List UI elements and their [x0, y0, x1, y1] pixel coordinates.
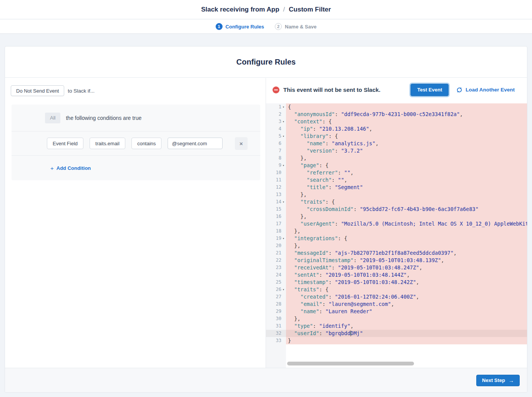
rules-panel: Do Not Send Event to Slack if... All the…	[5, 78, 266, 368]
code-line: 10 "referrer": "",	[266, 169, 527, 176]
line-number: 27	[266, 293, 286, 301]
code-line: 27 "created": "2016-01-12T02:24:06.400Z"…	[266, 293, 527, 301]
next-step-label: Next Step	[482, 377, 505, 383]
line-number: 4	[266, 125, 286, 133]
load-another-event-label: Load Another Event	[466, 87, 515, 93]
match-all-chip[interactable]: All	[45, 113, 60, 123]
line-number: 22	[266, 257, 286, 264]
status-message: This event will not be sent to Slack.	[283, 86, 381, 93]
code-line: 7 "version": "3.7.2"	[266, 147, 527, 154]
code-line: 16 },	[266, 213, 527, 220]
condition-group: All the following conditions are true Ev…	[12, 105, 260, 180]
breadcrumb-separator: /	[283, 6, 285, 13]
line-number: 1▾	[266, 103, 286, 111]
line-number: 2	[266, 111, 286, 118]
line-number: 10	[266, 169, 286, 176]
line-number: 33	[266, 337, 286, 344]
line-number: 28	[266, 301, 286, 308]
code-line: 3▾ "context": {	[266, 118, 527, 125]
match-conditions-text: the following conditions are true	[66, 115, 141, 121]
step-name-and-save[interactable]: 2 Name & Save	[275, 23, 316, 30]
line-number: 24	[266, 271, 286, 279]
minus-circle-icon	[273, 86, 279, 93]
app-root: { "header": { "breadcrumb_primary": "Sla…	[0, 0, 532, 397]
code-line: 22 "originalTimestamp": "2019-05-10T01:0…	[266, 257, 527, 264]
fold-toggle-icon[interactable]: ▾	[281, 162, 286, 169]
horizontal-scrollbar-thumb[interactable]	[287, 362, 414, 365]
preview-header: This event will not be sent to Slack. Te…	[266, 78, 527, 101]
line-number: 14▾	[266, 198, 286, 206]
code-line: 33}	[266, 337, 527, 344]
code-line: 2 "anonymousId": "ddf9ecda-977b-4231-b00…	[266, 111, 527, 118]
code-line: 19▾ "integrations": {	[266, 235, 527, 242]
card-body: Do Not Send Event to Slack if... All the…	[5, 78, 527, 368]
condition-row: Event Field traits.email contains ×	[12, 131, 260, 156]
test-event-button[interactable]: Test Event	[411, 84, 449, 96]
code-line: 29 "name": "Lauren Reeder"	[266, 308, 527, 315]
json-code-editor[interactable]: 1▾{2 "anonymousId": "ddf9ecda-977b-4231-…	[266, 101, 527, 368]
line-number: 9▾	[266, 162, 286, 169]
fold-toggle-icon[interactable]: ▾	[281, 103, 286, 111]
line-number: 21	[266, 249, 286, 257]
line-number: 19▾	[266, 235, 286, 242]
line-number: 18	[266, 228, 286, 235]
add-condition-button[interactable]: + Add Condition	[50, 165, 91, 171]
line-number: 3▾	[266, 118, 286, 125]
code-line: 14▾ "traits": {	[266, 198, 527, 206]
to-slack-if-label: to Slack if...	[68, 88, 95, 94]
next-step-button[interactable]: Next Step →	[476, 375, 520, 386]
code-line: 5▾ "library": {	[266, 133, 527, 140]
add-condition-label: Add Condition	[57, 165, 91, 171]
line-number: 31	[266, 322, 286, 330]
event-preview-panel: This event will not be sent to Slack. Te…	[266, 78, 527, 368]
fold-toggle-icon[interactable]: ▾	[281, 198, 286, 206]
line-number: 6	[266, 140, 286, 147]
fold-toggle-icon[interactable]: ▾	[281, 118, 286, 125]
field-path-button[interactable]: traits.email	[90, 138, 125, 149]
code-line: 21 "messageId": "ajs-7b8270771eb2f1f8a87…	[266, 249, 527, 257]
step-2-label: Name & Save	[285, 24, 316, 30]
card-footer: Next Step →	[5, 368, 527, 392]
code-line: 20 },	[266, 242, 527, 249]
line-number: 30	[266, 315, 286, 322]
code-line: 4 "ip": "210.13.208.146",	[266, 125, 527, 133]
code-line: 30 },	[266, 315, 527, 322]
fold-toggle-icon[interactable]: ▾	[281, 286, 286, 293]
step-1-label: Configure Rules	[226, 24, 264, 30]
breadcrumb-secondary: Custom Filter	[289, 6, 331, 13]
line-number: 11	[266, 176, 286, 184]
text-cursor	[351, 331, 351, 336]
line-number: 7	[266, 147, 286, 154]
configure-rules-card: Configure Rules Do Not Send Event to Sla…	[5, 46, 527, 393]
line-number: 15	[266, 206, 286, 213]
top-bar: Slack receiving from App / Custom Filter	[0, 0, 532, 19]
fold-toggle-icon[interactable]: ▾	[281, 133, 286, 140]
line-number: 25	[266, 279, 286, 286]
line-number: 5▾	[266, 133, 286, 140]
code-line: 9▾ "page": {	[266, 162, 527, 169]
condition-match-row: All the following conditions are true	[12, 105, 260, 131]
code-line: 1▾{	[266, 103, 527, 111]
line-number: 12	[266, 184, 286, 191]
fold-toggle-icon[interactable]: ▾	[281, 235, 286, 242]
code-line: 12 "title": "Segment"	[266, 184, 527, 191]
line-number: 26▾	[266, 286, 286, 293]
line-number: 20	[266, 242, 286, 249]
operator-button[interactable]: contains	[131, 138, 161, 149]
close-icon: ×	[239, 140, 243, 147]
line-number: 16	[266, 213, 286, 220]
code-line: 17 "userAgent": "Mozilla/5.0 (Macintosh;…	[266, 220, 527, 228]
step-configure-rules[interactable]: 1 Configure Rules	[216, 23, 264, 30]
event-field-button[interactable]: Event Field	[47, 138, 83, 149]
code-line: 32 "userId": "bgrqbddDMj"	[266, 330, 527, 337]
code-line: 11 "search": "",	[266, 176, 527, 184]
do-not-send-event-button[interactable]: Do Not Send Event	[11, 85, 64, 96]
code-line: 26▾ "traits": {	[266, 286, 527, 293]
code-line: 15 "crossDomainId": "95cbdd72-fc67-4b43-…	[266, 206, 527, 213]
condition-value-input[interactable]	[168, 138, 223, 149]
plus-icon: +	[50, 165, 54, 171]
remove-condition-button[interactable]: ×	[235, 137, 248, 150]
code-line: 18 },	[266, 228, 527, 235]
add-condition-row: + Add Condition	[12, 156, 260, 180]
load-another-event-link[interactable]: Load Another Event	[456, 87, 515, 93]
